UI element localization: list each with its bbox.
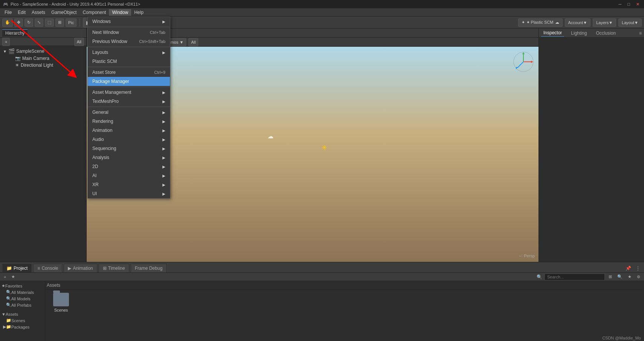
menu-item-package-manager[interactable]: Package Manager (88, 77, 170, 86)
xr-label: XR (92, 182, 99, 187)
dropdown-sep5 (88, 107, 170, 107)
menu-item-prev-window[interactable]: Previous Window Ctrl+Shift+Tab (88, 37, 170, 46)
rendering-arrow: ▶ (162, 119, 165, 124)
menu-item-analysis[interactable]: Analysis ▶ (88, 153, 170, 162)
menu-item-xr[interactable]: XR ▶ (88, 180, 170, 189)
menu-item-general[interactable]: General ▶ (88, 108, 170, 117)
analysis-arrow: ▶ (162, 156, 165, 160)
menu-item-asset-store[interactable]: Asset Store Ctrl+9 (88, 68, 170, 77)
menu-item-textmeshpro[interactable]: TextMeshPro ▶ (88, 97, 170, 106)
general-label: General (92, 110, 109, 115)
menu-item-asset-management[interactable]: Asset Management ▶ (88, 88, 170, 97)
package-manager-label: Package Manager (92, 79, 129, 84)
asset-store-label: Asset Store (92, 70, 116, 75)
menu-item-sequencing[interactable]: Sequencing ▶ (88, 144, 170, 153)
sequencing-label: Sequencing (92, 146, 116, 151)
dropdown-overlay[interactable]: Windows ▶ Next Window Ctrl+Tab Previous … (0, 0, 644, 341)
menu-item-rendering[interactable]: Rendering ▶ (88, 117, 170, 126)
audio-arrow: ▶ (162, 138, 165, 142)
menu-item-ui[interactable]: UI ▶ (88, 189, 170, 198)
2d-label: 2D (92, 164, 98, 169)
layouts-arrow: ▶ (162, 50, 165, 55)
ui-label: UI (92, 191, 97, 196)
plastic-scm-menu-label: Plastic SCM (92, 59, 117, 64)
menu-item-animation[interactable]: Animation ▶ (88, 126, 170, 135)
menu-item-ai[interactable]: AI ▶ (88, 171, 170, 180)
ai-arrow: ▶ (162, 174, 165, 178)
audio-label: Audio (92, 137, 104, 142)
dropdown-sep1 (88, 27, 170, 27)
xr-arrow: ▶ (162, 183, 165, 187)
dropdown-sep2 (88, 47, 170, 47)
asset-management-arrow: ▶ (162, 90, 165, 95)
dropdown-sep3 (88, 67, 170, 67)
textmeshpro-arrow: ▶ (162, 99, 165, 104)
prev-window-shortcut: Ctrl+Shift+Tab (139, 39, 165, 44)
menu-item-next-window[interactable]: Next Window Ctrl+Tab (88, 28, 170, 37)
menu-item-layouts[interactable]: Layouts ▶ (88, 48, 170, 57)
menu-item-plastic-scm[interactable]: Plastic SCM (88, 57, 170, 66)
next-window-shortcut: Ctrl+Tab (150, 30, 165, 35)
windows-label: Windows (92, 19, 111, 24)
sequencing-arrow: ▶ (162, 147, 165, 151)
next-window-label: Next Window (92, 30, 119, 35)
dropdown-sep4 (88, 87, 170, 87)
menu-item-audio[interactable]: Audio ▶ (88, 135, 170, 144)
2d-arrow: ▶ (162, 165, 165, 169)
textmeshpro-label: TextMeshPro (92, 99, 119, 104)
menu-item-2d[interactable]: 2D ▶ (88, 162, 170, 171)
windows-arrow: ▶ (162, 20, 165, 24)
animation-arrow: ▶ (162, 128, 165, 133)
window-dropdown-menu: Windows ▶ Next Window Ctrl+Tab Previous … (87, 17, 170, 199)
menu-item-windows[interactable]: Windows ▶ (88, 17, 170, 26)
layouts-label: Layouts (92, 50, 108, 55)
general-arrow: ▶ (162, 110, 165, 115)
ai-label: AI (92, 173, 96, 178)
animation-label: Animation (92, 128, 112, 133)
asset-store-shortcut: Ctrl+9 (154, 70, 165, 75)
prev-window-label: Previous Window (92, 39, 127, 44)
rendering-label: Rendering (92, 119, 113, 124)
ui-arrow: ▶ (162, 192, 165, 196)
asset-management-label: Asset Management (92, 90, 131, 95)
analysis-label: Analysis (92, 155, 109, 160)
